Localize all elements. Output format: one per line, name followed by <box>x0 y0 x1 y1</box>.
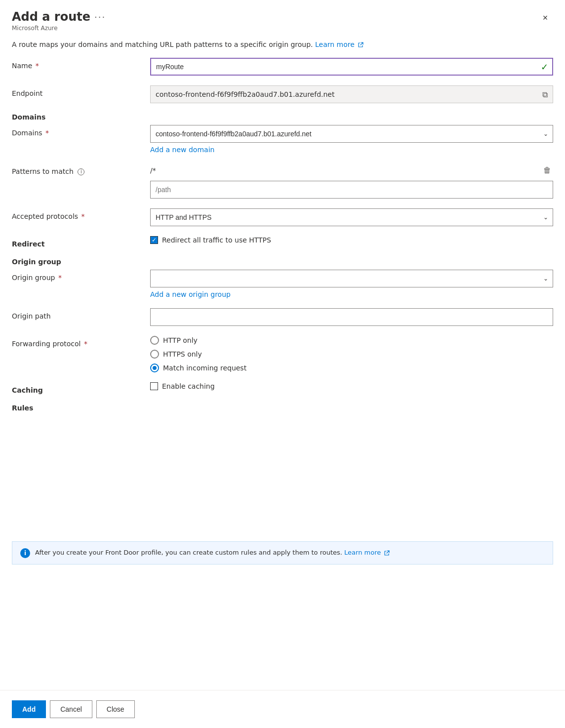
title-dots[interactable]: ··· <box>94 12 106 22</box>
rules-section-label: Rules <box>12 404 553 412</box>
title-text: Add a route <box>12 10 90 24</box>
redirect-row: Redirect ✓ Redirect all traffic to use H… <box>12 236 553 248</box>
forwarding-protocol-label: Forwarding protocol * <box>12 336 150 348</box>
forwarding-protocol-row: Forwarding protocol * HTTP only HTTPS on… <box>12 336 553 372</box>
accepted-protocols-wrapper: HTTP and HTTPS ⌄ <box>150 208 553 226</box>
checkmark: ✓ <box>152 237 157 243</box>
origin-group-select[interactable] <box>150 270 553 287</box>
close-button[interactable]: Close <box>96 700 135 718</box>
redirect-control: ✓ Redirect all traffic to use HTTPS <box>150 236 553 244</box>
radio-match-incoming-label: Match incoming request <box>163 364 246 372</box>
origin-path-row: Origin path <box>12 308 553 326</box>
info-banner-text: After you create your Front Door profile… <box>35 548 390 558</box>
name-control: ✓ <box>150 58 553 76</box>
caching-row: Caching Enable caching <box>12 382 553 394</box>
info-banner-icon: i <box>20 548 30 558</box>
copy-icon[interactable]: ⧉ <box>542 90 548 99</box>
origin-group-section-header: Origin group <box>12 258 553 266</box>
name-input[interactable] <box>150 58 553 76</box>
caching-checkbox[interactable] <box>150 382 158 390</box>
endpoint-field: contoso-frontend-f6f9f9ffb2a0aud7.b01.az… <box>150 85 553 103</box>
caching-checkbox-label: Enable caching <box>162 382 215 390</box>
origin-group-control: ⌄ Add a new origin group <box>150 270 553 298</box>
radio-http-only: HTTP only <box>150 336 553 345</box>
origin-group-section-label: Origin group <box>12 258 553 266</box>
radio-match-incoming-button[interactable] <box>150 364 159 372</box>
radio-https-only-label: HTTPS only <box>163 350 202 358</box>
caching-control: Enable caching <box>150 382 553 390</box>
name-label: Name * <box>12 58 150 70</box>
panel-footer: Add Cancel Close <box>0 690 565 728</box>
accepted-protocols-label: Accepted protocols * <box>12 208 150 220</box>
form-body: Name * ✓ Endpoint contoso-frontend-f6f9f… <box>0 58 565 541</box>
patterns-row: Patterns to match i /* 🗑 <box>12 163 553 199</box>
rules-external-link-icon <box>384 550 390 556</box>
origin-group-section: Origin group Origin group * ⌄ Add <box>12 258 553 372</box>
add-route-panel: Add a route ··· Microsoft Azure × A rout… <box>0 0 565 728</box>
endpoint-value: contoso-frontend-f6f9f9ffb2a0aud7.b01.az… <box>156 90 334 98</box>
rules-info-banner: i After you create your Front Door profi… <box>12 541 553 565</box>
origin-group-row: Origin group * ⌄ Add a new origin group <box>12 270 553 298</box>
delete-pattern-icon[interactable]: 🗑 <box>541 163 553 177</box>
add-button[interactable]: Add <box>12 700 46 718</box>
name-input-wrapper: ✓ <box>150 58 553 76</box>
origin-group-wrapper: ⌄ <box>150 270 553 287</box>
forwarding-protocol-required: * <box>84 340 87 348</box>
patterns-info-icon[interactable]: i <box>78 168 84 175</box>
domains-select-wrapper: contoso-frontend-f6f9f9ffb2a0aud7.b01.az… <box>150 125 553 143</box>
endpoint-row: Endpoint contoso-frontend-f6f9f9ffb2a0au… <box>12 85 553 103</box>
panel-description: A route maps your domains and matching U… <box>0 32 565 58</box>
radio-match-incoming: Match incoming request <box>150 364 553 372</box>
redirect-checkbox-label: Redirect all traffic to use HTTPS <box>162 236 271 244</box>
pattern-input[interactable] <box>150 181 553 199</box>
caching-label: Caching <box>12 382 150 394</box>
patterns-label: Patterns to match i <box>12 163 150 175</box>
learn-more-link[interactable]: Learn more <box>315 40 363 48</box>
endpoint-control: contoso-frontend-f6f9f9ffb2a0aud7.b01.az… <box>150 85 553 103</box>
radio-https-only: HTTPS only <box>150 350 553 359</box>
accepted-protocols-control: HTTP and HTTPS ⌄ <box>150 208 553 226</box>
panel-subtitle: Microsoft Azure <box>12 25 106 32</box>
pattern-item: /* 🗑 <box>150 163 553 177</box>
origin-group-label: Origin group * <box>12 270 150 282</box>
add-domain-link[interactable]: Add a new domain <box>150 146 214 154</box>
name-required: * <box>36 62 39 70</box>
panel-title: Add a route ··· <box>12 10 106 24</box>
origin-path-label: Origin path <box>12 308 150 320</box>
add-origin-group-link[interactable]: Add a new origin group <box>150 290 231 298</box>
redirect-checkbox[interactable]: ✓ <box>150 236 158 244</box>
radio-http-only-button[interactable] <box>150 336 159 345</box>
accepted-protocols-required: * <box>81 212 85 220</box>
forwarding-protocol-radio-group: HTTP only HTTPS only Match incoming requ… <box>150 336 553 372</box>
rules-learn-more-link[interactable]: Learn more <box>344 549 390 556</box>
endpoint-label: Endpoint <box>12 85 150 97</box>
origin-group-required: * <box>58 274 62 282</box>
caching-checkbox-row: Enable caching <box>150 382 553 390</box>
domains-section-header: Domains <box>12 113 553 121</box>
spacer <box>0 565 565 690</box>
external-link-icon <box>358 42 363 48</box>
pattern-value: /* <box>150 166 541 174</box>
radio-https-only-button[interactable] <box>150 350 159 359</box>
domains-select[interactable]: contoso-frontend-f6f9f9ffb2a0aud7.b01.az… <box>150 125 553 143</box>
domains-row: Domains * contoso-frontend-f6f9f9ffb2a0a… <box>12 125 553 154</box>
patterns-control: /* 🗑 <box>150 163 553 199</box>
name-row: Name * ✓ <box>12 58 553 76</box>
redirect-checkbox-row: ✓ Redirect all traffic to use HTTPS <box>150 236 553 244</box>
cancel-button[interactable]: Cancel <box>50 700 92 718</box>
checkmark-icon: ✓ <box>541 62 548 72</box>
accepted-protocols-row: Accepted protocols * HTTP and HTTPS ⌄ <box>12 208 553 226</box>
panel-header: Add a route ··· Microsoft Azure × <box>0 0 565 32</box>
radio-dot <box>153 366 157 370</box>
domains-control: contoso-frontend-f6f9f9ffb2a0aud7.b01.az… <box>150 125 553 154</box>
redirect-label: Redirect <box>12 236 150 248</box>
radio-http-only-label: HTTP only <box>163 336 198 344</box>
domains-section: Domains Domains * contoso-frontend-f6f9f… <box>12 113 553 154</box>
rules-section: Rules <box>12 404 553 412</box>
accepted-protocols-select[interactable]: HTTP and HTTPS <box>150 208 553 226</box>
domains-required: * <box>45 129 49 137</box>
origin-path-input[interactable] <box>150 308 553 326</box>
forwarding-protocol-control: HTTP only HTTPS only Match incoming requ… <box>150 336 553 372</box>
panel-close-button[interactable]: × <box>537 10 553 26</box>
panel-title-area: Add a route ··· Microsoft Azure <box>12 10 106 32</box>
